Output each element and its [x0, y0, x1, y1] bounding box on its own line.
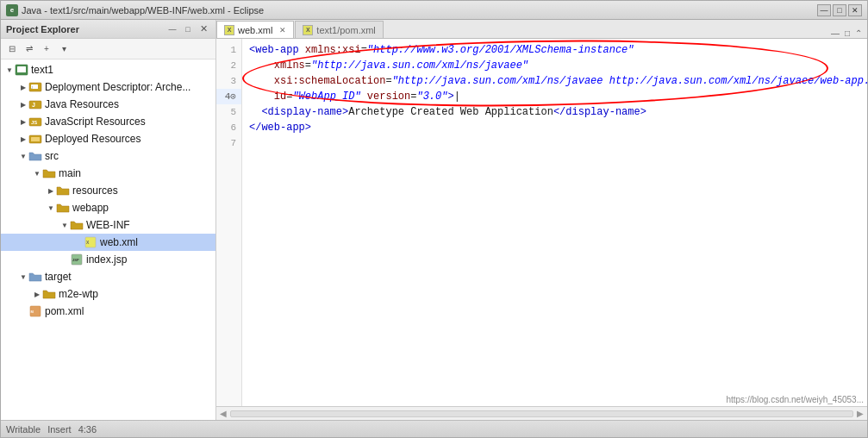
- svg-text:JS: JS: [31, 120, 37, 125]
- tree-item-main-label: main: [59, 167, 81, 179]
- title-bar-controls[interactable]: — □ ✕: [817, 4, 862, 16]
- tab-webxml-close[interactable]: ✕: [279, 26, 286, 34]
- code-line-2: xmlns="http://java.sun.com/xml/ns/javaee…: [249, 58, 867, 73]
- editor-restore-button[interactable]: ⌃: [853, 28, 864, 38]
- code-container: 1 2 3 4⊙ 5 6 7 <web-app xmlns:xsi="http:…: [216, 39, 867, 406]
- svg-rect-1: [17, 66, 26, 72]
- tree-item-webapp[interactable]: ▼ webapp: [1, 199, 215, 216]
- tree-item-deployment-label: Deployment Descriptor: Arche...: [45, 81, 190, 93]
- tree-item-pomxml-label: pom.xml: [45, 305, 84, 317]
- explorer-toolbar: ⊟ ⇌ + ▾: [1, 39, 215, 59]
- scroll-right-button[interactable]: ▶: [857, 409, 864, 418]
- tree-item-js-resources[interactable]: ▶ JS JavaScript Resources: [1, 113, 215, 130]
- tree-item-pomxml[interactable]: M pom.xml: [1, 303, 215, 320]
- code-line-1: <web-app xmlns:xsi="http://www.w3.org/20…: [249, 42, 867, 58]
- line-num-4: 4⊙: [216, 89, 241, 104]
- close-button[interactable]: ✕: [848, 4, 862, 16]
- tree-item-text1[interactable]: ▼ text1: [1, 61, 215, 78]
- tab-controls[interactable]: — □ ⌃: [829, 28, 867, 38]
- code-line-5: <display-name>Archetype Created Web Appl…: [249, 104, 867, 120]
- expand-icon-indexjsp: [59, 254, 70, 265]
- deployed-resources-icon: [28, 132, 42, 146]
- minimize-panel-button[interactable]: —: [165, 22, 179, 36]
- maximize-button[interactable]: □: [833, 4, 846, 16]
- expand-icon-webapp: ▼: [46, 203, 56, 213]
- horizontal-scrollbar[interactable]: [230, 410, 853, 417]
- status-bar: Writable Insert 4:36: [1, 420, 867, 437]
- tab-pomxml[interactable]: X text1/pom.xml: [295, 21, 383, 38]
- src-folder-icon: [28, 149, 42, 163]
- tab-webxml[interactable]: X web.xml ✕: [216, 21, 294, 38]
- tree-item-webapp-label: webapp: [72, 202, 109, 214]
- m2e-folder-icon: [42, 287, 56, 301]
- tree-item-webinf-label: WEB-INF: [86, 219, 130, 231]
- line-num-5: 5: [216, 104, 241, 120]
- code-line-6: </web-app>: [249, 120, 867, 135]
- expand-icon-src: ▼: [18, 151, 28, 161]
- expand-icon-deployed: ▶: [18, 134, 28, 144]
- expand-icon-js: ▶: [18, 116, 28, 127]
- project-explorer-panel: Project Explorer — □ ✕ ⊟ ⇌ + ▾ ▼: [1, 20, 216, 420]
- line-num-7: 7: [216, 135, 241, 151]
- tree-item-deployment[interactable]: ▶ J Deployment Descriptor: Arche...: [1, 78, 215, 96]
- status-insert: Insert: [47, 424, 72, 435]
- tree-item-main[interactable]: ▼ main: [1, 165, 215, 182]
- line-num-3: 3: [216, 73, 241, 89]
- line-numbers: 1 2 3 4⊙ 5 6 7: [216, 39, 242, 406]
- tab-pomxml-label: text1/pom.xml: [316, 25, 375, 35]
- line-num-1: 1: [216, 42, 241, 58]
- main-folder-icon: [42, 166, 56, 180]
- expand-icon-deployment: ▶: [18, 82, 28, 92]
- tree-item-resources[interactable]: ▶ resources: [1, 182, 215, 199]
- close-panel-button[interactable]: ✕: [197, 22, 210, 36]
- editor-minimize-button[interactable]: —: [829, 28, 841, 38]
- tab-webxml-icon: X: [224, 25, 234, 35]
- tree-item-m2e[interactable]: ▶ m2e-wtp: [1, 285, 215, 303]
- tree-item-java-resources[interactable]: ▶ J Java Resources: [1, 96, 215, 113]
- tree-item-webxml[interactable]: X web.xml: [1, 234, 215, 251]
- status-position: 4:36: [78, 424, 97, 435]
- expand-icon-webxml: [73, 237, 84, 247]
- expand-icon-resources: ▶: [46, 185, 56, 196]
- pomxml-file-icon: M: [28, 304, 42, 318]
- expand-icon-pomxml: [18, 306, 28, 316]
- new-button[interactable]: +: [39, 41, 54, 57]
- tree-item-target[interactable]: ▼ target: [1, 268, 215, 285]
- webapp-folder-icon: [56, 201, 70, 215]
- tree-item-deployed-resources[interactable]: ▶ Deployed Resources: [1, 130, 215, 147]
- view-menu-button[interactable]: ▾: [56, 41, 72, 57]
- svg-text:J: J: [32, 102, 35, 108]
- expand-icon-text1: ▼: [4, 65, 15, 75]
- editor-bottom-bar[interactable]: ◀ ▶: [216, 406, 867, 420]
- tree-item-webinf[interactable]: ▼ WEB-INF: [1, 216, 215, 234]
- editor-maximize-button[interactable]: □: [843, 28, 852, 38]
- main-content: Project Explorer — □ ✕ ⊟ ⇌ + ▾ ▼: [1, 20, 867, 420]
- code-lines[interactable]: <web-app xmlns:xsi="http://www.w3.org/20…: [242, 39, 867, 406]
- title-bar-left: e Java - text1/src/main/webapp/WEB-INF/w…: [6, 4, 264, 16]
- title-bar: e Java - text1/src/main/webapp/WEB-INF/w…: [1, 1, 867, 20]
- expand-icon-target: ▼: [18, 272, 28, 282]
- tree-item-js-resources-label: JavaScript Resources: [45, 116, 146, 128]
- project-tree[interactable]: ▼ text1 ▶ J Deployment Descriptor: Arche…: [1, 59, 215, 420]
- tree-item-src[interactable]: ▼ src: [1, 147, 215, 165]
- tree-item-m2e-label: m2e-wtp: [59, 288, 98, 300]
- svg-rect-10: [31, 137, 40, 141]
- collapse-all-button[interactable]: ⊟: [4, 41, 20, 57]
- tab-pomxml-icon: X: [303, 25, 313, 35]
- panel-header: Project Explorer — □ ✕: [1, 20, 215, 39]
- deployment-icon: J: [28, 80, 42, 94]
- link-editor-button[interactable]: ⇌: [22, 41, 37, 57]
- status-text: Writable: [6, 424, 41, 435]
- tree-item-webxml-label: web.xml: [100, 236, 138, 248]
- expand-icon-java: ▶: [18, 99, 28, 110]
- target-folder-icon: [28, 270, 42, 284]
- minimize-button[interactable]: —: [817, 4, 831, 16]
- tree-item-indexjsp[interactable]: JSP index.jsp: [1, 251, 215, 268]
- tab-webxml-label: web.xml: [238, 25, 272, 35]
- scroll-left-button[interactable]: ◀: [220, 409, 227, 418]
- editor-area[interactable]: 1 2 3 4⊙ 5 6 7 <web-app xmlns:xsi="http:…: [216, 39, 867, 406]
- editor-tabs[interactable]: X web.xml ✕ X text1/pom.xml — □ ⌃: [216, 20, 867, 39]
- panel-actions[interactable]: — □ ✕: [165, 22, 210, 36]
- maximize-panel-button[interactable]: □: [181, 22, 195, 36]
- line-num-2: 2: [216, 58, 241, 73]
